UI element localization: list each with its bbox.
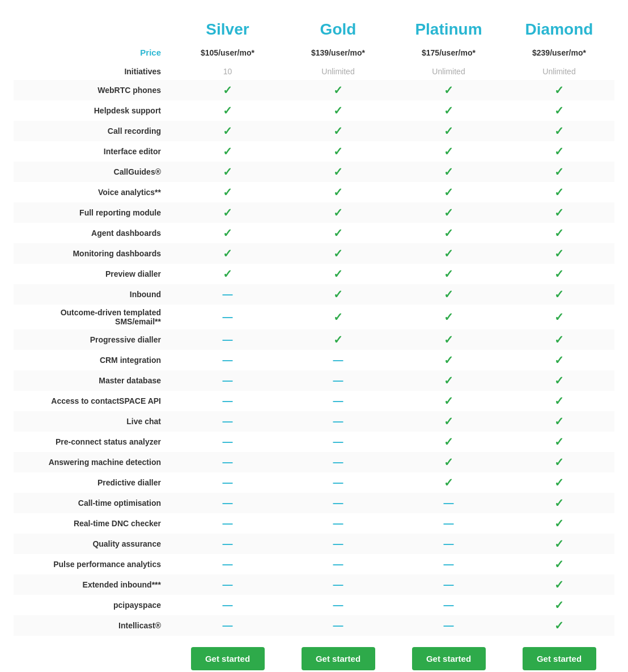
- dash-icon: —: [223, 497, 233, 509]
- feature-row: Full reporting module✓✓✓✓: [14, 202, 614, 223]
- feature-row: Monitoring dashboards✓✓✓✓: [14, 243, 614, 264]
- check-icon: ✓: [444, 333, 453, 346]
- feature-cell-diamond: ✓: [504, 411, 614, 432]
- feature-cell-silver: —: [172, 432, 283, 452]
- check-icon: ✓: [554, 333, 564, 346]
- feature-cell-diamond: ✓: [504, 350, 614, 370]
- check-icon: ✓: [554, 186, 564, 198]
- get-started-diamond[interactable]: Get started: [523, 647, 596, 670]
- feature-name: Preview dialler: [14, 264, 172, 284]
- feature-name: CRM integration: [14, 350, 172, 370]
- feature-cell-silver: ✓: [172, 243, 283, 264]
- feature-row: CallGuides®✓✓✓✓: [14, 162, 614, 182]
- feature-cell-diamond: ✓: [504, 432, 614, 452]
- feature-cell-platinum: ✓: [393, 452, 504, 472]
- feature-cell-platinum: ✓: [393, 182, 504, 202]
- feature-cell-silver: ✓: [172, 141, 283, 162]
- feature-cell-gold: —: [283, 513, 393, 534]
- check-icon: ✓: [444, 311, 453, 323]
- check-icon: ✓: [554, 288, 564, 301]
- feature-cell-diamond: Unlimited: [504, 63, 614, 80]
- feature-row: Pre-connect status analyzer——✓✓: [14, 432, 614, 452]
- feature-cell-gold: Unlimited: [283, 63, 393, 80]
- dash-icon: —: [444, 518, 454, 529]
- check-icon: ✓: [444, 436, 453, 448]
- dash-icon: —: [333, 518, 343, 529]
- feature-cell-diamond: ✓: [504, 615, 614, 636]
- feature-cell-platinum: ✓: [393, 305, 504, 329]
- feature-row: Access to contactSPACE API——✓✓: [14, 391, 614, 411]
- check-icon: ✓: [223, 125, 232, 137]
- check-icon: ✓: [554, 497, 564, 509]
- dash-icon: —: [223, 334, 233, 345]
- feature-cell-silver: ✓: [172, 223, 283, 243]
- feature-cell-diamond: ✓: [504, 264, 614, 284]
- check-icon: ✓: [333, 288, 343, 301]
- price-gold: $139/user/mo*: [283, 42, 393, 63]
- dash-icon: —: [223, 416, 233, 427]
- feature-row: pcipayspace———✓: [14, 595, 614, 615]
- get-started-silver[interactable]: Get started: [191, 647, 265, 670]
- dash-icon: —: [333, 579, 343, 590]
- check-icon: ✓: [554, 354, 564, 366]
- check-icon: ✓: [444, 268, 453, 280]
- feature-cell-silver: ✓: [172, 202, 283, 223]
- feature-cell-platinum: ✓: [393, 284, 504, 305]
- feature-cell-gold: —: [283, 493, 393, 513]
- header-row: Silver Gold Platinum Diamond: [14, 17, 614, 42]
- dash-icon: —: [444, 538, 454, 550]
- dash-icon: —: [223, 620, 233, 631]
- feature-name: Extended inbound***: [14, 574, 172, 595]
- check-icon: ✓: [333, 104, 343, 117]
- get-started-platinum[interactable]: Get started: [412, 647, 486, 670]
- feature-name: Predictive dialler: [14, 472, 172, 493]
- check-icon: ✓: [554, 247, 564, 260]
- check-icon: ✓: [223, 166, 232, 178]
- check-icon: ✓: [444, 227, 453, 239]
- dash-icon: —: [333, 375, 343, 386]
- get-started-gold[interactable]: Get started: [302, 647, 375, 670]
- dash-icon: —: [333, 559, 343, 570]
- feature-row: Intellicast®———✓: [14, 615, 614, 636]
- feature-row: Answering machine detection——✓✓: [14, 452, 614, 472]
- check-icon: ✓: [223, 268, 232, 280]
- feature-row: Master database——✓✓: [14, 370, 614, 391]
- feature-cell-platinum: —: [393, 554, 504, 574]
- feature-header-empty: [14, 17, 172, 42]
- feature-cell-diamond: ✓: [504, 80, 614, 100]
- feature-cell-platinum: —: [393, 493, 504, 513]
- check-icon: ✓: [444, 145, 453, 158]
- check-icon: ✓: [554, 578, 564, 591]
- feature-cell-silver: —: [172, 472, 283, 493]
- check-icon: ✓: [554, 268, 564, 280]
- feature-cell-gold: —: [283, 554, 393, 574]
- dash-icon: —: [223, 436, 233, 447]
- feature-cell-gold: ✓: [283, 121, 393, 141]
- feature-cell-platinum: ✓: [393, 472, 504, 493]
- feature-row: Progressive dialler—✓✓✓: [14, 329, 614, 350]
- feature-cell-platinum: ✓: [393, 329, 504, 350]
- feature-name: Answering machine detection: [14, 452, 172, 472]
- dash-icon: —: [223, 395, 233, 407]
- feature-cell-diamond: ✓: [504, 513, 614, 534]
- feature-cell-platinum: ✓: [393, 264, 504, 284]
- feature-cell-platinum: —: [393, 595, 504, 615]
- check-icon: ✓: [554, 125, 564, 137]
- feature-cell-gold: ✓: [283, 100, 393, 121]
- feature-cell-silver: —: [172, 350, 283, 370]
- feature-cell-platinum: ✓: [393, 350, 504, 370]
- feature-cell-gold: —: [283, 574, 393, 595]
- price-silver: $105/user/mo*: [172, 42, 283, 63]
- dash-icon: —: [444, 497, 454, 509]
- check-icon: ✓: [333, 186, 343, 198]
- feature-cell-gold: ✓: [283, 141, 393, 162]
- feature-cell-gold: ✓: [283, 80, 393, 100]
- feature-cell-silver: ✓: [172, 182, 283, 202]
- feature-cell-diamond: ✓: [504, 202, 614, 223]
- feature-cell-platinum: —: [393, 615, 504, 636]
- feature-row: Preview dialler✓✓✓✓: [14, 264, 614, 284]
- check-icon: ✓: [554, 395, 564, 407]
- check-icon: ✓: [223, 145, 232, 158]
- feature-row: Call recording✓✓✓✓: [14, 121, 614, 141]
- feature-cell-platinum: ✓: [393, 162, 504, 182]
